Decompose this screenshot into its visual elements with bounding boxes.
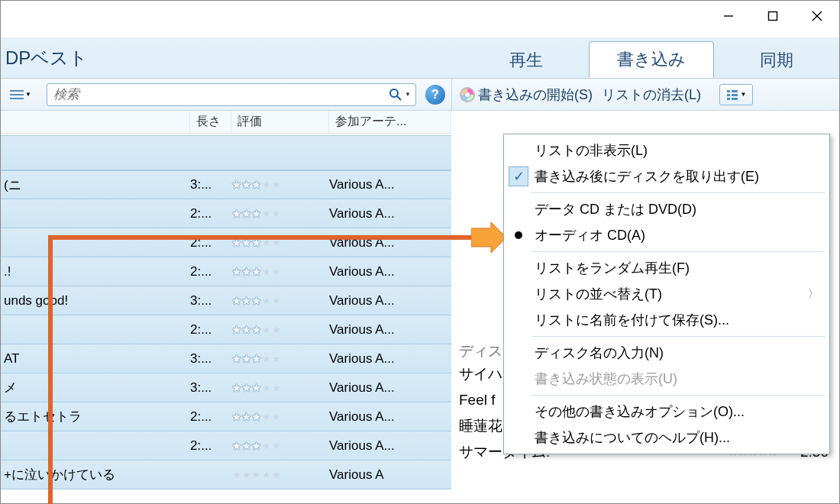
menu-separator [531, 251, 825, 252]
track-artist: Various A... [329, 438, 451, 454]
svg-rect-1 [769, 12, 777, 21]
table-row[interactable]: (ニ3:...★★★★★Various A... [1, 170, 451, 199]
table-row[interactable]: AT3:...★★★★★Various A... [1, 344, 451, 373]
menu-item[interactable]: リストの並べ替え(T)〉 [504, 281, 829, 307]
search-box: ▼ [47, 83, 416, 106]
annotation-line [48, 235, 477, 240]
list-icon [10, 89, 24, 100]
menu-item-label: 書き込み状態の表示(U) [535, 370, 677, 388]
track-rating[interactable]: ★★★★★ [231, 323, 329, 337]
table-row[interactable]: .!2:...★★★★★Various A... [1, 257, 451, 286]
track-rating[interactable]: ★★★★★ [231, 381, 329, 395]
svg-rect-13 [727, 98, 730, 100]
search-icon [389, 88, 402, 102]
table-row[interactable]: 2:...★★★★★Various A... [1, 431, 451, 460]
svg-rect-9 [727, 90, 730, 92]
menu-item[interactable]: 書き込みについてのヘルプ(H)... [504, 425, 829, 451]
table-row[interactable]: +に泣いかけている★★★★★Various A [1, 460, 451, 489]
tab-sync[interactable]: 同期 [714, 41, 839, 78]
track-length: 3:... [190, 380, 231, 396]
track-title: メ [1, 379, 190, 396]
col-rating[interactable]: 評価 [231, 111, 329, 133]
col-artist[interactable]: 参加アーテ... [329, 111, 451, 133]
track-rating[interactable]: ★★★★★ [231, 352, 329, 366]
page-title: DPベスト [1, 37, 464, 78]
track-rating[interactable]: ★★★★★ [231, 468, 329, 482]
track-rating[interactable]: ★★★★★ [231, 410, 329, 424]
menu-separator [531, 336, 825, 337]
menu-item[interactable]: リストの非表示(L) [504, 137, 829, 163]
track-rating[interactable]: ★★★★★ [231, 265, 329, 279]
search-input[interactable] [52, 86, 389, 103]
view-mode-button[interactable]: ▼ [4, 83, 37, 106]
tab-burn[interactable]: 書き込み [589, 41, 714, 78]
star-icon: ★★★★★ [231, 352, 281, 366]
track-title: AT [1, 351, 190, 367]
star-icon: ★★★★★ [231, 381, 281, 395]
menu-item[interactable]: データ CD または DVD(D) [504, 196, 829, 222]
menu-item[interactable]: リストに名前を付けて保存(S)... [504, 307, 829, 333]
table-row[interactable]: unds good!3:...★★★★★Various A... [1, 286, 451, 315]
menu-item[interactable]: その他の書き込みオプション(O)... [504, 399, 829, 425]
minimize-button[interactable] [706, 1, 751, 31]
svg-rect-10 [732, 90, 738, 92]
track-length: 2:... [190, 409, 231, 425]
start-burn-button[interactable]: 書き込みの開始(S) [460, 86, 593, 104]
col-length[interactable]: 長さ [190, 111, 231, 133]
title-bar [1, 1, 839, 37]
track-artist: Various A... [329, 206, 451, 221]
menu-item[interactable]: ディスク名の入力(N) [504, 340, 829, 366]
table-row[interactable]: メ3:...★★★★★Various A... [1, 373, 451, 402]
radio-icon [515, 231, 522, 239]
track-length: 2:... [190, 322, 231, 338]
table-row[interactable] [1, 135, 451, 170]
svg-line-8 [397, 96, 401, 100]
star-icon: ★★★★★ [231, 207, 281, 221]
star-icon: ★★★★★ [231, 265, 281, 279]
check-icon: ✓ [509, 166, 528, 186]
menu-item-label: リストの並べ替え(T) [535, 285, 662, 303]
clear-list-button[interactable]: リストの消去(L) [602, 86, 701, 104]
col-title[interactable] [1, 111, 190, 133]
track-length: 3:... [190, 351, 231, 367]
track-artist: Various A... [329, 351, 451, 367]
table-row[interactable]: るエトセトラ2:...★★★★★Various A... [1, 402, 451, 431]
track-artist: Various A... [329, 409, 451, 425]
menu-item[interactable]: オーディオ CD(A) [504, 222, 829, 248]
track-title: .! [1, 264, 190, 279]
burn-options-button[interactable]: ▼ [719, 84, 753, 105]
svg-point-7 [390, 89, 398, 97]
burn-options-menu: リストの非表示(L)✓書き込み後にディスクを取り出す(E)データ CD または … [503, 134, 830, 454]
table-row[interactable]: 2:...★★★★★Various A... [1, 315, 451, 344]
menu-item[interactable]: リストをランダム再生(F) [504, 255, 829, 281]
track-artist: Various A... [329, 293, 451, 309]
track-rating[interactable]: ★★★★★ [231, 207, 329, 221]
track-rating[interactable]: ★★★★★ [231, 294, 329, 308]
table-row[interactable]: 2:...★★★★★Various A... [1, 228, 451, 257]
track-rating[interactable]: ★★★★★ [231, 439, 329, 453]
maximize-button[interactable] [751, 1, 795, 31]
track-artist: Various A [329, 467, 451, 483]
start-burn-label: 書き込みの開始(S) [478, 86, 593, 104]
svg-marker-15 [471, 222, 506, 253]
toolbar: ▼ ▼ ? 書き込みの開始(S) リストの消去(L) ▼ [1, 79, 839, 111]
track-table: (ニ3:...★★★★★Various A...2:...★★★★★Variou… [1, 135, 451, 489]
track-title: unds good! [1, 293, 190, 309]
checklist-icon [726, 89, 738, 101]
track-rating[interactable]: ★★★★★ [231, 178, 329, 192]
menu-item-label: リストをランダム再生(F) [535, 259, 690, 277]
svg-rect-14 [732, 98, 738, 100]
chevron-right-icon: 〉 [808, 287, 819, 301]
track-length: 2:... [190, 206, 231, 221]
track-title: +に泣いかけている [1, 466, 190, 483]
close-button[interactable] [795, 1, 839, 31]
menu-item[interactable]: ✓書き込み後にディスクを取り出す(E) [504, 163, 829, 189]
menu-item-label: オーディオ CD(A) [535, 226, 645, 244]
menu-item: 書き込み状態の表示(U) [504, 366, 829, 392]
help-button[interactable]: ? [425, 85, 445, 105]
star-icon: ★★★★★ [231, 468, 281, 482]
tab-play[interactable]: 再生 [464, 41, 589, 78]
table-row[interactable]: 2:...★★★★★Various A... [1, 199, 451, 228]
svg-rect-11 [727, 94, 730, 96]
search-button[interactable]: ▼ [389, 88, 411, 102]
